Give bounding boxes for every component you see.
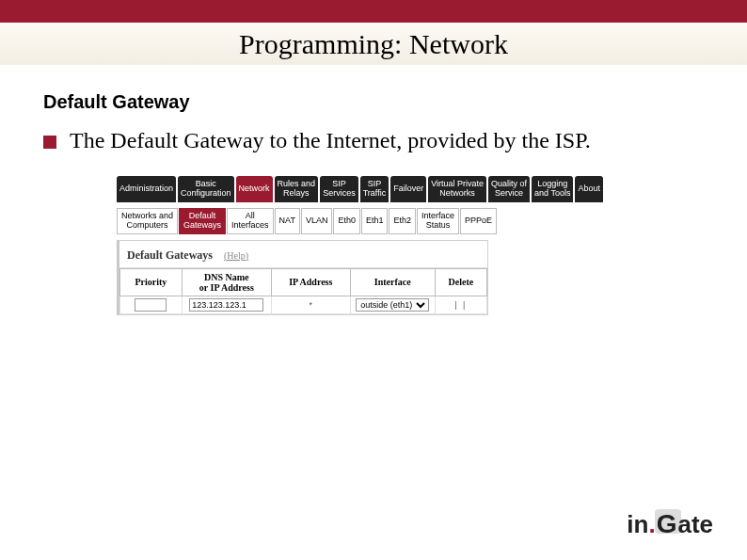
slide-title: Programming: Network [239, 28, 508, 60]
ingate-logo: in.Gate [627, 509, 713, 539]
section-title: Default Gateway [43, 91, 704, 113]
dns-input[interactable] [189, 298, 263, 312]
delete-marks[interactable]: | | [454, 300, 467, 310]
logo-ate: ate [677, 510, 713, 539]
sub-tab-vlan[interactable]: VLAN [301, 208, 333, 234]
panel-title: Default Gateways [127, 248, 213, 262]
col-ip: IP Address [271, 268, 350, 296]
main-tab-virtual-private-networks[interactable]: Virtual Private Networks [428, 176, 486, 202]
priority-input[interactable] [135, 298, 167, 312]
main-tab-rules-and-relays[interactable]: Rules and Relays [275, 176, 319, 202]
sub-tab-eth2[interactable]: Eth2 [389, 208, 416, 234]
col-priority: Priority [120, 268, 183, 296]
panel-header: Default Gateways (Help) [119, 241, 487, 268]
sub-tab-pppoe[interactable]: PPPoE [460, 208, 497, 234]
main-tab-administration[interactable]: Administration [117, 176, 176, 202]
sub-tab-eth1[interactable]: Eth1 [361, 208, 389, 234]
main-tab-quality-of-service[interactable]: Quality of Service [488, 176, 530, 202]
header-bar [0, 0, 747, 23]
config-screenshot: AdministrationBasic ConfigurationNetwork… [117, 176, 606, 315]
col-dns: DNS Name or IP Address [182, 268, 271, 296]
sub-tab-eth0[interactable]: Eth0 [333, 208, 360, 234]
bullet-text: The Default Gateway to the Internet, pro… [70, 128, 591, 153]
logo-g: G [657, 509, 677, 539]
col-delete: Delete [435, 268, 486, 296]
default-gateways-panel: Default Gateways (Help) Priority DNS Nam… [117, 240, 488, 315]
bullet-icon [43, 136, 56, 149]
title-bar: Programming: Network [0, 23, 747, 65]
interface-select[interactable]: outside (eth1) [356, 298, 429, 312]
sub-tab-default-gateways[interactable]: Default Gateways [179, 208, 226, 234]
bullet-item: The Default Gateway to the Internet, pro… [43, 128, 704, 153]
sub-tab-bar: Networks and ComputersDefault GatewaysAl… [117, 208, 606, 234]
logo-in: in [627, 510, 648, 539]
ip-cell: * [271, 296, 350, 313]
main-tab-network[interactable]: Network [236, 176, 273, 202]
main-tab-about[interactable]: About [575, 176, 603, 202]
main-tab-failover[interactable]: Failover [390, 176, 426, 202]
sub-tab-all-interfaces[interactable]: All Interfaces [227, 208, 274, 234]
main-tab-sip-services[interactable]: SIP Services [320, 176, 358, 202]
main-tab-basic-configuration[interactable]: Basic Configuration [178, 176, 234, 202]
help-link[interactable]: (Help) [224, 250, 248, 261]
sub-tab-nat[interactable]: NAT [275, 208, 300, 234]
sub-tab-networks-and-computers[interactable]: Networks and Computers [117, 208, 178, 234]
table-row: * outside (eth1) | | [120, 296, 487, 313]
col-interface: Interface [350, 268, 435, 296]
logo-dot: . [648, 510, 655, 539]
sub-tab-interface-status[interactable]: Interface Status [417, 208, 459, 234]
main-tab-bar: AdministrationBasic ConfigurationNetwork… [117, 176, 606, 202]
main-tab-logging-and-tools[interactable]: Logging and Tools [532, 176, 573, 202]
main-tab-sip-traffic[interactable]: SIP Traffic [360, 176, 389, 202]
content-area: Default Gateway The Default Gateway to t… [0, 65, 747, 315]
gateway-table: Priority DNS Name or IP Address IP Addre… [119, 268, 487, 314]
